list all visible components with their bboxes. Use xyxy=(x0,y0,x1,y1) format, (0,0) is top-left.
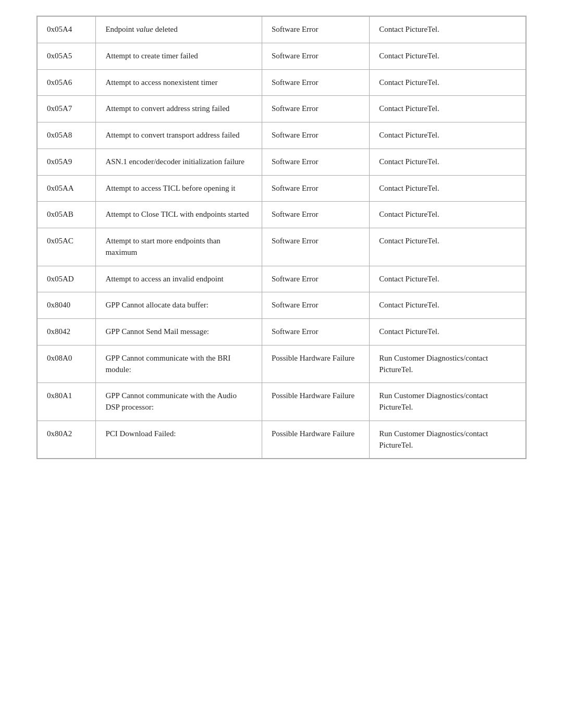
error-code: 0x80A2 xyxy=(38,421,96,459)
error-code: 0x05AA xyxy=(38,175,96,202)
error-action: Contact PictureTel. xyxy=(370,175,526,202)
error-type: Software Error xyxy=(262,202,370,228)
error-type: Possible Hardware Failure xyxy=(262,345,370,383)
table-row: 0x05ABAttempt to Close TICL with endpoin… xyxy=(38,202,526,228)
error-code: 0x05AB xyxy=(38,202,96,228)
error-description: GPP Cannot communicate with the Audio DS… xyxy=(96,383,262,421)
table-row: 0x80A1GPP Cannot communicate with the Au… xyxy=(38,383,526,421)
error-action: Contact PictureTel. xyxy=(370,202,526,228)
error-type: Software Error xyxy=(262,175,370,202)
error-action: Run Customer Diagnostics/contact Picture… xyxy=(370,421,526,459)
error-action: Run Customer Diagnostics/contact Picture… xyxy=(370,345,526,383)
error-description: GPP Cannot allocate data buffer: xyxy=(96,292,262,319)
error-action: Contact PictureTel. xyxy=(370,122,526,149)
error-action: Contact PictureTel. xyxy=(370,17,526,43)
error-description: Attempt to convert address string failed xyxy=(96,96,262,122)
error-action: Contact PictureTel. xyxy=(370,266,526,292)
error-action: Contact PictureTel. xyxy=(370,43,526,69)
error-code: 0x05A4 xyxy=(38,17,96,43)
table-row: 0x05A4Endpoint value deletedSoftware Err… xyxy=(38,17,526,43)
error-description: Attempt to access TICL before opening it xyxy=(96,175,262,202)
table-row: 0x05A5Attempt to create timer failedSoft… xyxy=(38,43,526,69)
error-action: Contact PictureTel. xyxy=(370,149,526,175)
error-description: Attempt to access an invalid endpoint xyxy=(96,266,262,292)
error-code: 0x08A0 xyxy=(38,345,96,383)
table-row: 0x05A8Attempt to convert transport addre… xyxy=(38,122,526,149)
table-row: 0x05ADAttempt to access an invalid endpo… xyxy=(38,266,526,292)
error-type: Software Error xyxy=(262,292,370,319)
error-type: Software Error xyxy=(262,149,370,175)
error-code: 0x05AC xyxy=(38,228,96,266)
error-action: Contact PictureTel. xyxy=(370,228,526,266)
table-row: 0x08A0GPP Cannot communicate with the BR… xyxy=(38,345,526,383)
table-row: 0x05AAAttempt to access TICL before open… xyxy=(38,175,526,202)
error-type: Software Error xyxy=(262,266,370,292)
error-action: Contact PictureTel. xyxy=(370,96,526,122)
table-row: 0x05A9ASN.1 encoder/decoder initializati… xyxy=(38,149,526,175)
error-description: Attempt to access nonexistent timer xyxy=(96,69,262,96)
error-type: Software Error xyxy=(262,319,370,346)
error-type: Software Error xyxy=(262,17,370,43)
error-description: GPP Cannot communicate with the BRI modu… xyxy=(96,345,262,383)
error-description: PCI Download Failed: xyxy=(96,421,262,459)
table-row: 0x8042GPP Cannot Send Mail message:Softw… xyxy=(38,319,526,346)
error-code: 0x05AD xyxy=(38,266,96,292)
error-code: 0x05A9 xyxy=(38,149,96,175)
error-codes-table: 0x05A4Endpoint value deletedSoftware Err… xyxy=(36,16,527,459)
error-code: 0x8042 xyxy=(38,319,96,346)
table-row: 0x05ACAttempt to start more endpoints th… xyxy=(38,228,526,266)
table-row: 0x05A7Attempt to convert address string … xyxy=(38,96,526,122)
error-code: 0x05A5 xyxy=(38,43,96,69)
error-description: Attempt to create timer failed xyxy=(96,43,262,69)
error-action: Contact PictureTel. xyxy=(370,292,526,319)
table-row: 0x80A2PCI Download Failed:Possible Hardw… xyxy=(38,421,526,459)
error-type: Software Error xyxy=(262,122,370,149)
error-description: Attempt to convert transport address fai… xyxy=(96,122,262,149)
error-code: 0x8040 xyxy=(38,292,96,319)
error-description: Attempt to Close TICL with endpoints sta… xyxy=(96,202,262,228)
error-type: Possible Hardware Failure xyxy=(262,383,370,421)
error-type: Software Error xyxy=(262,96,370,122)
error-description: Endpoint value deleted xyxy=(96,17,262,43)
error-description: Attempt to start more endpoints than max… xyxy=(96,228,262,266)
error-description: ASN.1 encoder/decoder initialization fai… xyxy=(96,149,262,175)
error-action: Run Customer Diagnostics/contact Picture… xyxy=(370,383,526,421)
error-type: Software Error xyxy=(262,228,370,266)
error-action: Contact PictureTel. xyxy=(370,69,526,96)
error-code: 0x80A1 xyxy=(38,383,96,421)
error-type: Possible Hardware Failure xyxy=(262,421,370,459)
error-code: 0x05A6 xyxy=(38,69,96,96)
table-row: 0x05A6Attempt to access nonexistent time… xyxy=(38,69,526,96)
error-type: Software Error xyxy=(262,43,370,69)
error-code: 0x05A7 xyxy=(38,96,96,122)
error-type: Software Error xyxy=(262,69,370,96)
error-action: Contact PictureTel. xyxy=(370,319,526,346)
error-description: GPP Cannot Send Mail message: xyxy=(96,319,262,346)
error-code: 0x05A8 xyxy=(38,122,96,149)
table-row: 0x8040GPP Cannot allocate data buffer:So… xyxy=(38,292,526,319)
